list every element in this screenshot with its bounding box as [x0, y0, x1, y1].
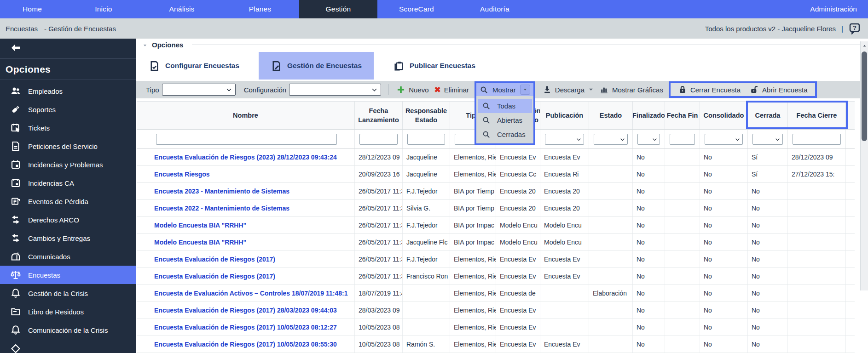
- cell-consolidado[interactable]: No: [700, 166, 748, 182]
- cell-finalizado[interactable]: No: [633, 200, 665, 216]
- cell-fecha_cierre[interactable]: [788, 183, 846, 199]
- cell-responsable[interactable]: Jacqueline Flc: [403, 234, 450, 251]
- nav-item-inicio[interactable]: Inicio: [64, 0, 143, 18]
- cell-cerrada[interactable]: Sí: [748, 166, 788, 182]
- cell-finalizado[interactable]: No: [633, 268, 665, 285]
- cell-publicacion[interactable]: Encuesta Ev: [540, 268, 589, 285]
- cell-cerrada[interactable]: No: [748, 200, 788, 216]
- sidebar-item-cambios-y-entregas[interactable]: Cambios y Entregas: [0, 229, 136, 247]
- cell-finalizado[interactable]: No: [633, 251, 665, 268]
- mostrar-graficas-button[interactable]: Mostrar Gráficas: [600, 85, 663, 94]
- cell-configuracion[interactable]: Encuesta Ev: [496, 319, 540, 336]
- cell-cerrada[interactable]: No: [748, 285, 788, 302]
- cell-estado[interactable]: [589, 149, 633, 165]
- cell-fecha_cierre[interactable]: 27/12/2023 15:: [788, 166, 846, 182]
- sidebar-item-eventos-de-p-rdida[interactable]: Eventos de Pérdida: [0, 192, 136, 211]
- cell-responsable[interactable]: F.J.Tejedor: [403, 217, 450, 233]
- cell-configuracion[interactable]: Modelo Encu: [496, 217, 540, 233]
- cell-fecha_fin[interactable]: [665, 268, 700, 285]
- column-header-fecha_fin[interactable]: Fecha Fin: [665, 102, 700, 129]
- cell-estado[interactable]: [589, 251, 633, 268]
- scrollbar-up-arrow-icon[interactable]: [861, 41, 868, 50]
- cell-fecha_lanzamiento[interactable]: 28/12/2023 09: [355, 149, 403, 165]
- cell-consolidado[interactable]: No: [700, 217, 748, 233]
- cell-configuracion[interactable]: Encuesta Ev: [496, 336, 540, 353]
- mostrar-menu-item-cerradas[interactable]: Cerradas: [478, 127, 532, 142]
- cell-publicacion[interactable]: [540, 302, 589, 319]
- tab-publicar-encuestas[interactable]: Publicar Encuestas: [389, 52, 479, 80]
- cell-tipo[interactable]: Elementos, Rie: [450, 251, 496, 268]
- sidebar-item-incidencias-ca[interactable]: Incidencias CA: [0, 174, 136, 192]
- cell-publicacion[interactable]: Encuesta Ev: [540, 149, 589, 165]
- filter-input-fecha_cierre[interactable]: [793, 134, 841, 145]
- cell-fecha_cierre[interactable]: [788, 302, 846, 319]
- cell-fecha_lanzamiento[interactable]: 18/07/2019 11:4: [355, 285, 403, 302]
- table-row[interactable]: Encuesta 2022 - Mantenimiento de Sistema…: [137, 200, 855, 217]
- cell-fecha_fin[interactable]: [665, 166, 700, 182]
- cell-fecha_lanzamiento[interactable]: 26/05/2017 11:3: [355, 251, 403, 268]
- cell-tipo[interactable]: Elementos, Rie: [450, 302, 496, 319]
- cell-publicacion[interactable]: Encuesta 20: [540, 183, 589, 199]
- cell-configuracion[interactable]: Encuesta Ev: [496, 268, 540, 285]
- cell-cerrada[interactable]: No: [748, 234, 788, 251]
- collapse-caret-icon[interactable]: [142, 42, 148, 47]
- cell-finalizado[interactable]: No: [633, 149, 665, 165]
- cell-tipo[interactable]: BIA por Tiemp: [450, 183, 496, 199]
- cell-fecha_lanzamiento[interactable]: 28/03/2023 09: [355, 302, 403, 319]
- table-row[interactable]: Encuesta Evaluación de Riesgos (2017)26/…: [137, 268, 855, 285]
- nav-item-scorecard[interactable]: ScoreCard: [377, 0, 456, 18]
- cell-publicacion[interactable]: Encuesta Ev: [540, 336, 589, 353]
- table-row[interactable]: Encuesta Evaluación de Riesgos (2017) 28…: [137, 302, 855, 319]
- cell-estado[interactable]: [589, 234, 633, 251]
- cell-fecha_fin[interactable]: [665, 183, 700, 199]
- nuevo-button[interactable]: Nuevo: [396, 85, 428, 94]
- survey-name-link[interactable]: Modelo Encuesta BIA "RRHH": [154, 239, 246, 246]
- cell-consolidado[interactable]: No: [700, 251, 748, 268]
- sidebar-item-comunicados[interactable]: Comunicados: [0, 247, 136, 266]
- cell-tipo[interactable]: Elementos, Rie: [450, 166, 496, 182]
- cell-responsable[interactable]: Francisco Ron: [403, 268, 450, 285]
- survey-name-link[interactable]: Encuesta 2023 - Mantenimiento de Sistema…: [154, 188, 289, 195]
- cell-configuracion[interactable]: Encuesta Ev: [496, 251, 540, 268]
- table-row[interactable]: Encuesta Evaluación de Riesgos (2017) 10…: [137, 336, 855, 353]
- cell-tipo[interactable]: Elementos, Rie: [450, 268, 496, 285]
- table-row[interactable]: Encuesta Evaluación de Riesgos (2023) 28…: [137, 149, 855, 166]
- sidebar-item-soportes[interactable]: Soportes: [0, 100, 136, 119]
- cell-responsable[interactable]: Jacqueline: [403, 166, 450, 182]
- cell-estado[interactable]: [589, 166, 633, 182]
- table-row[interactable]: Modelo Encuesta BIA "RRHH"26/05/2017 11:…: [137, 217, 855, 234]
- cell-cerrada[interactable]: No: [748, 302, 788, 319]
- cell-configuracion[interactable]: Encuesta 20: [496, 200, 540, 216]
- survey-name-link[interactable]: Encuesta 2022 - Mantenimiento de Sistema…: [154, 205, 289, 212]
- sidebar-item-encuestas[interactable]: Encuestas: [0, 266, 136, 284]
- survey-name-link[interactable]: Encuesta Riesgos: [154, 171, 210, 178]
- cell-responsable[interactable]: F.J.Tejedor: [403, 183, 450, 199]
- sidebar-item-empleados[interactable]: Empleados: [0, 82, 136, 100]
- sidebar-item-libro-de-residuos[interactable]: Libro de Residuos: [0, 302, 136, 321]
- filter-input-nombre[interactable]: [156, 134, 337, 145]
- cell-publicacion[interactable]: Encuesta 20: [540, 200, 589, 216]
- cell-fecha_fin[interactable]: [665, 336, 700, 353]
- table-row[interactable]: Encuesta Evaluación de Riesgos (2017)26/…: [137, 251, 855, 268]
- cell-consolidado[interactable]: No: [700, 234, 748, 251]
- cell-tipo[interactable]: BIA por Impac: [450, 234, 496, 251]
- survey-name-link[interactable]: Encuesta Evaluación de Riesgos (2023) 28…: [154, 154, 337, 161]
- table-row[interactable]: Encuesta Riesgos20/09/2023 16JacquelineE…: [137, 166, 855, 183]
- cell-responsable[interactable]: [403, 319, 450, 336]
- cell-estado[interactable]: [589, 200, 633, 216]
- cell-estado[interactable]: [589, 319, 633, 336]
- cell-consolidado[interactable]: No: [700, 200, 748, 216]
- sidebar-item-partial[interactable]: [0, 339, 136, 353]
- cell-fecha_cierre[interactable]: [788, 217, 846, 233]
- cell-finalizado[interactable]: No: [633, 183, 665, 199]
- cell-configuracion[interactable]: Encuesta Cc: [496, 166, 540, 182]
- survey-name-link[interactable]: Encuesta Evaluación de Riesgos (2017) 28…: [154, 307, 337, 314]
- cell-finalizado[interactable]: No: [633, 285, 665, 302]
- cell-fecha_lanzamiento[interactable]: 26/05/2017 11:3: [355, 268, 403, 285]
- sidebar-item-incidencias-y-problemas[interactable]: Incidencias y Problemas: [0, 155, 136, 174]
- cell-finalizado[interactable]: No: [633, 217, 665, 233]
- cell-estado[interactable]: Elaboración: [589, 285, 633, 302]
- cell-cerrada[interactable]: No: [748, 268, 788, 285]
- survey-name-link[interactable]: Modelo Encuesta BIA "RRHH": [154, 222, 246, 229]
- cell-publicacion[interactable]: Encuesta Ev: [540, 251, 589, 268]
